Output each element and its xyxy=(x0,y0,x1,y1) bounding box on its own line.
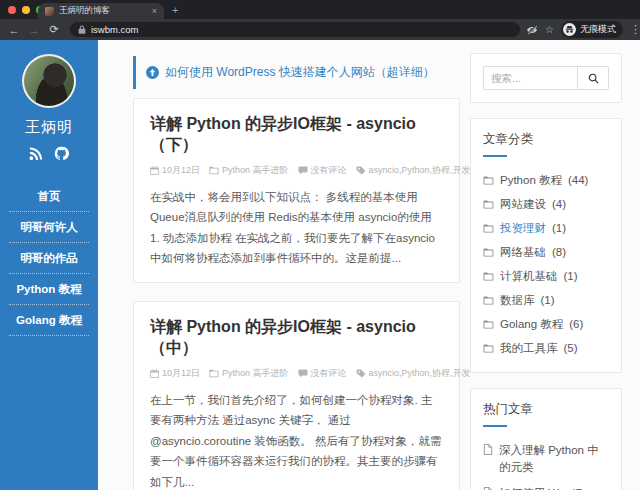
post-meta: 10月12日 Python 高手进阶 没有评论 asyncio,Python,协… xyxy=(150,367,443,380)
post-comments[interactable]: 没有评论 xyxy=(311,367,347,380)
sidebar-item-about[interactable]: 明哥何许人 xyxy=(9,212,89,243)
hot-posts-title: 热门文章 xyxy=(483,401,609,418)
tab-title: 王炳明的博客 xyxy=(59,5,147,17)
rss-icon[interactable] xyxy=(29,146,44,161)
forward-icon[interactable]: → xyxy=(24,24,44,36)
comment-icon xyxy=(298,166,308,175)
category-item[interactable]: Python 教程(44) xyxy=(483,168,609,192)
hot-posts-widget: 热门文章 深入理解 Python 中的元类 如何使用 WordPress 快速搭… xyxy=(470,388,622,490)
close-tab-icon[interactable]: × xyxy=(152,6,157,16)
search-input[interactable] xyxy=(483,66,577,90)
tag-icon xyxy=(356,166,366,175)
lock-icon xyxy=(78,25,86,34)
eye-blocked-icon[interactable] xyxy=(526,25,538,35)
site-author-name: 王炳明 xyxy=(0,118,98,137)
folder-icon xyxy=(483,320,494,329)
title-accent-rule xyxy=(483,155,507,157)
post-date: 10月12日 xyxy=(162,367,200,380)
folder-icon xyxy=(483,272,494,281)
tag-icon xyxy=(356,369,366,378)
incognito-avatar-icon xyxy=(563,23,576,36)
document-icon xyxy=(483,487,493,490)
reload-icon[interactable]: ⟳ xyxy=(44,23,64,36)
category-item[interactable]: 我的工具库(5) xyxy=(483,336,609,360)
search-button[interactable] xyxy=(577,66,609,90)
browser-toolbar: ← → ⟳ iswbm.com ☆ 无痕模式 ⋮ xyxy=(0,19,640,40)
hot-post-item[interactable]: 如何使用 WordPress 快速搭建个人网站（超详细） xyxy=(483,481,609,490)
github-icon[interactable] xyxy=(54,146,69,161)
browser-menu-icon[interactable]: ⋮ xyxy=(630,23,638,36)
post-list: 如何使用 WordPress 快速搭建个人网站（超详细） 详解 Python 的… xyxy=(133,56,460,490)
pinned-post-title[interactable]: 如何使用 WordPress 快速搭建个人网站（超详细） xyxy=(165,64,435,81)
post-card: 详解 Python 的异步IO框架 - asyncio（下） 10月12日 Py… xyxy=(133,98,460,283)
address-bar[interactable]: iswbm.com xyxy=(70,22,520,37)
post-date: 10月12日 xyxy=(162,164,200,177)
browser-window: 王炳明的博客 × + ← → ⟳ iswbm.com ☆ 无痕模式 ⋮ xyxy=(0,0,640,490)
folder-icon xyxy=(483,344,494,353)
category-item[interactable]: 网站建设(4) xyxy=(483,192,609,216)
close-window-button[interactable] xyxy=(8,6,16,14)
post-excerpt: 在上一节，我们首先介绍了，如何创建一个协程对象. 主要有两种方法 通过async… xyxy=(150,390,443,490)
sidebar-item-python[interactable]: Python 教程 xyxy=(9,274,89,305)
comment-icon xyxy=(298,369,308,378)
category-item-active[interactable]: 投资理财(1) xyxy=(483,216,609,240)
sidebar-item-home[interactable]: 首页 xyxy=(9,181,89,212)
minimize-window-button[interactable] xyxy=(22,6,30,14)
page-body: 王炳明 首页 明哥何许人 明哥的作品 Python 教程 Golang 教程 如… xyxy=(0,40,640,490)
category-item[interactable]: 网络基础(8) xyxy=(483,240,609,264)
category-item[interactable]: Golang 教程(6) xyxy=(483,312,609,336)
folder-icon xyxy=(209,166,219,175)
back-icon[interactable]: ← xyxy=(4,24,24,36)
site-sidebar: 王炳明 首页 明哥何许人 明哥的作品 Python 教程 Golang 教程 xyxy=(0,40,98,490)
folder-icon xyxy=(483,200,494,209)
post-tags[interactable]: asyncio,Python,协程,开发 xyxy=(369,367,471,380)
folder-icon xyxy=(209,369,219,378)
search-widget xyxy=(470,53,622,103)
folder-icon xyxy=(483,248,494,257)
site-favicon xyxy=(45,7,54,16)
widget-sidebar: 文章分类 Python 教程(44) 网站建设(4) 投资理财(1) 网络基础(… xyxy=(470,53,622,490)
sidebar-item-works[interactable]: 明哥的作品 xyxy=(9,243,89,274)
sidebar-item-golang[interactable]: Golang 教程 xyxy=(9,305,89,336)
post-category[interactable]: Python 高手进阶 xyxy=(222,367,289,380)
new-tab-button[interactable]: + xyxy=(172,4,178,16)
incognito-label: 无痕模式 xyxy=(580,23,616,36)
tab-strip: 王炳明的博客 × + xyxy=(0,0,640,19)
category-item[interactable]: 数据库(1) xyxy=(483,288,609,312)
bookmark-star-icon[interactable]: ☆ xyxy=(545,25,554,35)
avatar[interactable] xyxy=(22,54,76,108)
post-title[interactable]: 详解 Python 的异步IO框架 - asyncio（中） xyxy=(150,317,443,359)
url-text: iswbm.com xyxy=(91,24,139,35)
category-item[interactable]: 计算机基础(1) xyxy=(483,264,609,288)
post-excerpt: 在实战中，将会用到以下知识点： 多线程的基本使用 Queue消息队列的使用 Re… xyxy=(150,187,443,269)
folder-icon xyxy=(483,296,494,305)
search-icon xyxy=(588,73,599,84)
calendar-icon xyxy=(150,166,159,175)
pinned-post[interactable]: 如何使用 WordPress 快速搭建个人网站（超详细） xyxy=(133,56,460,89)
categories-widget: 文章分类 Python 教程(44) 网站建设(4) 投资理财(1) 网络基础(… xyxy=(470,118,622,373)
toolbar-right: ☆ 无痕模式 ⋮ xyxy=(526,21,640,38)
incognito-profile-chip[interactable]: 无痕模式 xyxy=(561,21,623,38)
post-meta: 10月12日 Python 高手进阶 没有评论 asyncio,Python,协… xyxy=(150,164,443,177)
post-category[interactable]: Python 高手进阶 xyxy=(222,164,289,177)
hot-post-item[interactable]: 深入理解 Python 中的元类 xyxy=(483,438,609,481)
title-accent-rule xyxy=(483,425,507,427)
post-comments[interactable]: 没有评论 xyxy=(311,164,347,177)
calendar-icon xyxy=(150,369,159,378)
document-icon xyxy=(483,444,493,455)
social-icons xyxy=(0,146,98,161)
folder-icon xyxy=(483,176,494,185)
categories-title: 文章分类 xyxy=(483,131,609,148)
post-tags[interactable]: asyncio,Python,协程,开发 xyxy=(369,164,471,177)
folder-icon xyxy=(483,224,494,233)
post-card: 详解 Python 的异步IO框架 - asyncio（中） 10月12日 Py… xyxy=(133,301,460,490)
browser-tab[interactable]: 王炳明的博客 × xyxy=(38,3,164,19)
pinned-arrow-icon xyxy=(146,66,159,79)
post-title[interactable]: 详解 Python 的异步IO框架 - asyncio（下） xyxy=(150,114,443,156)
sidebar-nav: 首页 明哥何许人 明哥的作品 Python 教程 Golang 教程 xyxy=(0,181,98,336)
